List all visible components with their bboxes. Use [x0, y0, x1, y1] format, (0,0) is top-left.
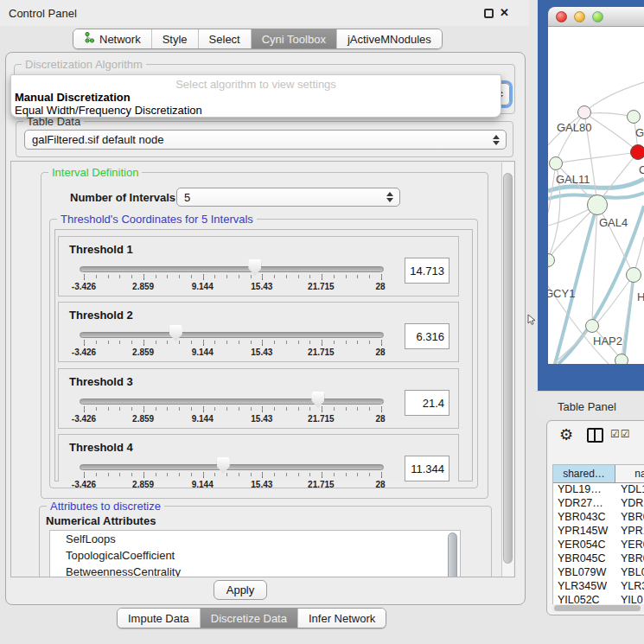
close-traffic-light-icon[interactable]	[556, 11, 567, 22]
threshold-value-field[interactable]	[405, 258, 450, 284]
slider-minor-ticks	[84, 473, 382, 476]
list-item[interactable]: TopologicalCoefficient	[50, 547, 460, 564]
node-attribute-table: shared… na YDL19…YDL1 YDR27…YDR2 YBR043C…	[552, 464, 644, 604]
tab-cyni-toolbox[interactable]: Cyni Toolbox	[251, 29, 336, 48]
screenshot-root: Control Panel ✕ Network Style Select Cyn…	[0, 0, 644, 644]
threshold-row: Threshold 4 -3.426 2.859 9.144 15.43 21.…	[58, 434, 459, 481]
scrollbar-thumb[interactable]	[503, 173, 513, 564]
node-label: GAL80	[557, 121, 591, 134]
network-icon	[84, 31, 95, 47]
node-label: GA	[635, 126, 644, 139]
network-node[interactable]	[626, 267, 641, 283]
control-panel-tabs: Network Style Select Cyni Toolbox jActiv…	[73, 29, 443, 49]
column-header-shared[interactable]: shared…	[553, 465, 615, 482]
table-header-row: shared… na	[553, 465, 644, 483]
cyni-mode-tabs: Impute Data Discretize Data Infer Networ…	[117, 608, 386, 628]
table-panel: ⚙ ☑☑ shared… na YDL19…YDL1 YDR27…YDR2 YB…	[546, 420, 644, 615]
numerical-attributes-label: Numerical Attributes	[46, 514, 156, 527]
table-row[interactable]: YBR043CYBR0	[553, 511, 644, 525]
panel-title: Control Panel	[9, 7, 77, 20]
select-checkboxes-icon[interactable]: ☑☑	[610, 428, 631, 440]
node-label: C	[639, 163, 644, 176]
table-row[interactable]: YLR345WYLR3	[553, 580, 644, 594]
network-window-titlebar[interactable]	[548, 7, 644, 27]
slider-scale: -3.426 2.859 9.144 15.43 21.715 28	[84, 414, 380, 424]
threshold-row: Threshold 2 -3.426 2.859 9.144 15.43 21.…	[58, 302, 459, 362]
panel-scrollbar[interactable]	[501, 163, 513, 577]
threshold-slider-track[interactable]	[80, 464, 384, 470]
list-item[interactable]: BetweennessCentrality	[50, 564, 460, 577]
column-header-name[interactable]: na	[615, 465, 644, 482]
node-label: H	[637, 290, 644, 303]
network-node[interactable]	[549, 156, 563, 170]
tab-select[interactable]: Select	[198, 29, 251, 48]
node-label: GAL11	[556, 173, 590, 186]
table-panel-header: Table Panel	[536, 391, 644, 418]
tab-label: Network	[99, 33, 141, 46]
gear-icon[interactable]: ⚙	[559, 425, 573, 444]
table-data-selected: galFiltered.sif default node	[32, 133, 163, 146]
tab-infer-network[interactable]: Infer Network	[297, 609, 386, 628]
table-horizontal-scrollbar[interactable]	[552, 604, 644, 612]
mouse-cursor-icon	[527, 314, 536, 329]
split-columns-icon[interactable]	[587, 428, 603, 443]
threshold-label: Threshold 3	[69, 375, 133, 388]
threshold-slider-track[interactable]	[80, 332, 384, 338]
network-node[interactable]	[577, 105, 591, 119]
slider-minor-ticks	[84, 275, 382, 278]
network-node[interactable]	[627, 110, 641, 124]
table-row[interactable]: YDR27…YDR2	[553, 497, 644, 511]
table-data-combobox[interactable]: galFiltered.sif default node	[24, 130, 507, 150]
network-canvas[interactable]: GAL80 GA C GAL11 GAL4 GCY1 H HAP2	[548, 27, 644, 364]
combo-stepper-icon[interactable]	[493, 135, 500, 145]
minimize-traffic-light-icon[interactable]	[574, 11, 585, 22]
list-scrollbar[interactable]	[448, 532, 458, 577]
network-node[interactable]	[585, 319, 599, 333]
settings-scroll-viewport: Interval Definition Number of Intervals …	[10, 161, 515, 577]
threshold-slider-track[interactable]	[80, 399, 384, 405]
threshold-value-field[interactable]	[405, 390, 450, 416]
tab-network[interactable]: Network	[73, 29, 151, 48]
table-row[interactable]: YER054CYER0	[553, 539, 644, 552]
intervals-value: 5	[184, 191, 190, 204]
float-window-icon[interactable]	[484, 9, 494, 18]
group-title: Discretization Algorithm	[22, 58, 146, 71]
network-node[interactable]	[587, 194, 608, 215]
slider-minor-ticks	[84, 341, 382, 344]
slider-scale: -3.426 2.859 9.144 15.43 21.715 28	[84, 282, 380, 292]
network-node-selected[interactable]	[630, 144, 644, 160]
dropdown-option-equal-width[interactable]: Equal Width/Frequency Discretization	[15, 104, 202, 117]
slider-scale: -3.426 2.859 9.144 15.43 21.715 28	[84, 480, 380, 490]
apply-button[interactable]: Apply	[214, 580, 267, 600]
number-of-intervals-combobox[interactable]: 5	[176, 188, 400, 207]
threshold-row: Threshold 3 -3.426 2.859 9.144 15.43 21.…	[58, 368, 459, 429]
network-node[interactable]	[615, 354, 628, 364]
table-panel-title: Table Panel	[558, 400, 616, 413]
list-item[interactable]: SelfLoops	[50, 531, 460, 547]
table-row[interactable]: YBR045CYBR0	[553, 552, 644, 566]
zoom-traffic-light-icon[interactable]	[592, 11, 603, 22]
group-title: Attributes to discretize	[47, 500, 164, 513]
table-row[interactable]: YDL19…YDL1	[553, 483, 644, 497]
table-row[interactable]: YPR145WYPR1	[553, 525, 644, 539]
threshold-label: Threshold 4	[69, 441, 133, 454]
combo-stepper-icon[interactable]	[386, 192, 393, 202]
table-row[interactable]: YBL079WYBL0	[553, 566, 644, 580]
threshold-value-field[interactable]	[405, 323, 450, 349]
scrollbar-thumb[interactable]	[554, 605, 641, 611]
threshold-slider-track[interactable]	[80, 266, 384, 272]
dropdown-option-manual[interactable]: Manual Discretization	[15, 91, 131, 104]
dropdown-hint: Select algorithm to view settings	[11, 78, 501, 91]
close-icon[interactable]: ✕	[500, 6, 509, 19]
network-window: GAL80 GA C GAL11 GAL4 GCY1 H HAP2	[538, 0, 644, 391]
threshold-value-field[interactable]	[405, 456, 450, 481]
tab-style[interactable]: Style	[151, 29, 198, 48]
threshold-row: Threshold 1 -3.426 2.859 9.144 15.43 21.…	[58, 236, 459, 296]
tab-jactivemnodules[interactable]: jActiveMNodules	[336, 29, 442, 48]
tab-discretize-data[interactable]: Discretize Data	[200, 609, 297, 628]
group-title: Threshold's Coordinates for 5 Intervals	[57, 213, 257, 226]
node-label: GAL4	[599, 216, 628, 229]
group-title: Interval Definition	[48, 166, 142, 179]
slider-minor-ticks	[84, 407, 382, 411]
tab-impute-data[interactable]: Impute Data	[118, 609, 200, 628]
